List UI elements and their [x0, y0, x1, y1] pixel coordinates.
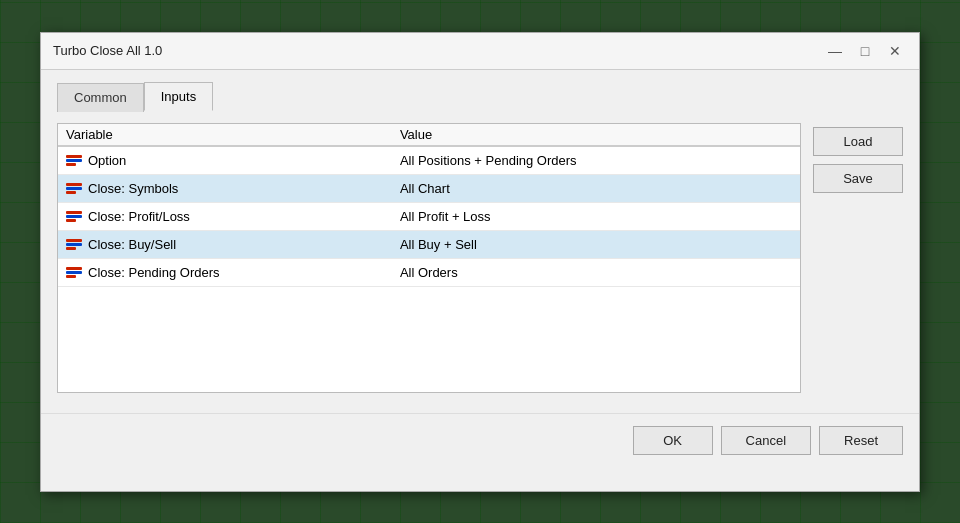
row-variable-text: Close: Symbols	[88, 181, 178, 196]
row-value-cell: All Chart	[392, 178, 800, 199]
table-row[interactable]: Close: Buy/Sell All Buy + Sell	[58, 231, 800, 259]
row-variable-cell: Close: Symbols	[58, 178, 392, 199]
save-button[interactable]: Save	[813, 164, 903, 193]
table-header-row: Variable Value	[58, 124, 800, 147]
header-variable: Variable	[58, 124, 392, 145]
content-area: Variable Value	[57, 123, 903, 393]
load-button[interactable]: Load	[813, 127, 903, 156]
row-variable-text: Close: Profit/Loss	[88, 209, 190, 224]
inputs-table: Variable Value	[57, 123, 801, 393]
cancel-button[interactable]: Cancel	[721, 426, 811, 455]
row-variable-text: Option	[88, 153, 126, 168]
dialog-footer: OK Cancel Reset	[41, 413, 919, 467]
row-icon	[66, 211, 82, 222]
titlebar-controls: — □ ✕	[823, 41, 907, 61]
dialog-titlebar: Turbo Close All 1.0 — □ ✕	[41, 33, 919, 70]
row-value-cell: All Buy + Sell	[392, 234, 800, 255]
table-body: Option All Positions + Pending Orders	[58, 147, 800, 367]
row-icon	[66, 155, 82, 166]
row-variable-cell: Close: Pending Orders	[58, 262, 392, 283]
row-value-cell: All Profit + Loss	[392, 206, 800, 227]
ok-button[interactable]: OK	[633, 426, 713, 455]
maximize-button[interactable]: □	[853, 41, 877, 61]
dialog-overlay: Turbo Close All 1.0 — □ ✕ Common Inputs	[40, 32, 920, 492]
table-row[interactable]: Close: Pending Orders All Orders	[58, 259, 800, 287]
row-icon	[66, 183, 82, 194]
row-variable-cell: Option	[58, 150, 392, 171]
minimize-button[interactable]: —	[823, 41, 847, 61]
row-value-cell: All Orders	[392, 262, 800, 283]
dialog-window: Turbo Close All 1.0 — □ ✕ Common Inputs	[40, 32, 920, 492]
header-value: Value	[392, 124, 800, 145]
tab-inputs[interactable]: Inputs	[144, 82, 213, 111]
row-icon	[66, 267, 82, 278]
row-value-cell: All Positions + Pending Orders	[392, 150, 800, 171]
close-button[interactable]: ✕	[883, 41, 907, 61]
tabs-container: Common Inputs	[57, 82, 903, 111]
row-icon	[66, 239, 82, 250]
table-row[interactable]: Option All Positions + Pending Orders	[58, 147, 800, 175]
row-variable-text: Close: Buy/Sell	[88, 237, 176, 252]
table-row[interactable]: Close: Profit/Loss All Profit + Loss	[58, 203, 800, 231]
row-variable-text: Close: Pending Orders	[88, 265, 220, 280]
table-row[interactable]: Close: Symbols All Chart	[58, 175, 800, 203]
dialog-title: Turbo Close All 1.0	[53, 43, 162, 58]
dialog-body: Common Inputs Variable Value	[41, 70, 919, 405]
row-variable-cell: Close: Buy/Sell	[58, 234, 392, 255]
side-buttons: Load Save	[813, 123, 903, 393]
row-variable-cell: Close: Profit/Loss	[58, 206, 392, 227]
reset-button[interactable]: Reset	[819, 426, 903, 455]
tab-common[interactable]: Common	[57, 83, 144, 112]
